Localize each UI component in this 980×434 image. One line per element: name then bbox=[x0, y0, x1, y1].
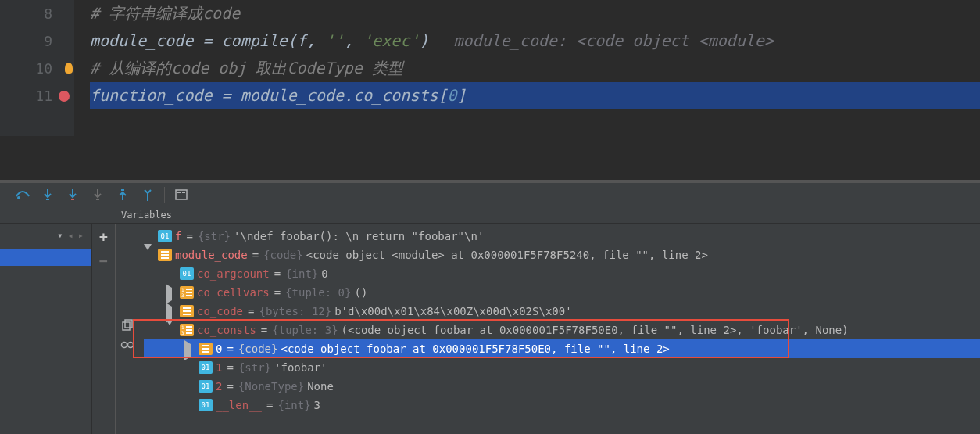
evaluate-expression-icon[interactable] bbox=[170, 186, 193, 203]
glasses-icon[interactable] bbox=[120, 341, 134, 349]
variable-value: 'foobar' bbox=[274, 361, 327, 374]
variable-value: <code object foobar at 0x000001F5F78F50E… bbox=[281, 343, 669, 355]
line-number: 8 bbox=[0, 0, 52, 27]
expand-icon[interactable] bbox=[166, 307, 177, 316]
svg-rect-15 bbox=[186, 289, 192, 290]
variable-row[interactable]: 01 f = {str} '\ndef foobar(): \n return … bbox=[144, 227, 980, 246]
step-into-my-code-icon[interactable] bbox=[61, 186, 84, 203]
variable-row[interactable]: 01 2 = {NoneType} None bbox=[144, 377, 980, 396]
line-number-breakpoint[interactable]: 11 bbox=[0, 82, 52, 109]
variable-name: __len__ bbox=[216, 399, 262, 411]
variable-type: {tuple: 3} bbox=[272, 324, 338, 336]
expand-icon[interactable] bbox=[166, 288, 177, 297]
frame-toolbar: ▾ ◂ ▸ bbox=[0, 224, 91, 247]
code-text: ] bbox=[457, 86, 467, 105]
variable-type: {str} bbox=[198, 230, 231, 242]
svg-rect-17 bbox=[186, 295, 192, 296]
step-into-icon[interactable] bbox=[36, 186, 59, 203]
code-text: ) bbox=[419, 31, 428, 50]
remove-watch-icon[interactable]: − bbox=[99, 253, 108, 269]
variable-name: 2 bbox=[216, 380, 222, 393]
frame-column: ▾ ◂ ▸ bbox=[0, 224, 92, 434]
debugger-toolbar bbox=[0, 183, 980, 206]
string-literal: 'exec' bbox=[363, 31, 419, 50]
line-number: 9 bbox=[0, 27, 52, 55]
inline-hint: module_code: <code object <module> bbox=[454, 31, 774, 50]
code-editor: 8 9 10 11 # 字符串编译成code module_code = com… bbox=[0, 0, 980, 136]
step-over-icon[interactable] bbox=[11, 186, 34, 203]
collapse-icon[interactable] bbox=[144, 250, 155, 260]
string-literal: '' bbox=[325, 31, 344, 50]
add-watch-icon[interactable]: + bbox=[99, 228, 108, 245]
chevron-left-icon[interactable]: ◂ bbox=[68, 230, 73, 241]
variable-row[interactable]: 01 co_argcount = {int} 0 bbox=[144, 264, 980, 283]
type-badge-icon bbox=[199, 343, 213, 355]
variable-row[interactable]: module_code = {code} <code object <modul… bbox=[144, 246, 980, 264]
svg-rect-1 bbox=[46, 199, 49, 200]
type-badge-icon: 01 bbox=[199, 380, 213, 393]
type-badge-icon: 01 bbox=[158, 230, 172, 242]
gutter: 8 9 10 11 bbox=[0, 0, 74, 136]
variable-name: co_consts bbox=[197, 324, 256, 336]
type-badge-icon bbox=[158, 249, 172, 261]
type-badge-icon: 01 bbox=[199, 399, 213, 411]
copy-icon[interactable] bbox=[121, 319, 134, 332]
svg-text:1: 1 bbox=[181, 325, 184, 330]
svg-rect-2 bbox=[71, 199, 74, 200]
step-out-icon[interactable] bbox=[111, 186, 134, 203]
variable-type: {code} bbox=[238, 343, 278, 355]
svg-rect-7 bbox=[177, 192, 181, 193]
code-area[interactable]: # 字符串编译成code module_code = compile(f, ''… bbox=[74, 0, 980, 136]
code-text: , bbox=[344, 31, 363, 50]
variable-value: b'd\x00d\x01\x84\x00Z\x00d\x02S\x00' bbox=[334, 305, 571, 317]
code-text: function_code = module_code.co_consts[ bbox=[90, 86, 448, 105]
variable-value: 0 bbox=[321, 267, 327, 280]
comment-text: # 字符串编译成code bbox=[90, 4, 240, 23]
code-text: = compile(f, bbox=[203, 31, 326, 50]
variable-row[interactable]: 13 co_consts = {tuple: 3} (<code object … bbox=[144, 321, 980, 339]
variable-value: <code object <module> at 0x000001F5F78F5… bbox=[306, 249, 708, 261]
type-badge-icon bbox=[180, 305, 194, 317]
svg-text:3: 3 bbox=[181, 330, 184, 335]
variable-name: 0 bbox=[216, 343, 222, 355]
variable-row[interactable]: 13 co_cellvars = {tuple: 0} () bbox=[144, 283, 980, 302]
variable-name: co_argcount bbox=[197, 267, 270, 280]
variable-type: {code} bbox=[263, 249, 303, 261]
variable-name: co_code bbox=[197, 305, 243, 317]
run-to-cursor-icon[interactable] bbox=[136, 186, 159, 203]
variable-row[interactable]: 01 1 = {str} 'foobar' bbox=[144, 358, 980, 377]
collapse-icon[interactable] bbox=[166, 325, 177, 335]
variables-tree[interactable]: 01 f = {str} '\ndef foobar(): \n return … bbox=[139, 224, 980, 434]
svg-rect-6 bbox=[176, 190, 187, 199]
comment-text: # 从编译的code obj 取出CodeType 类型 bbox=[90, 59, 403, 77]
force-step-into-icon[interactable] bbox=[86, 186, 109, 203]
chevron-right-icon[interactable]: ▸ bbox=[78, 230, 84, 241]
variable-name: f bbox=[175, 230, 181, 242]
svg-point-0 bbox=[17, 196, 20, 199]
selected-frame[interactable] bbox=[0, 249, 91, 266]
chevron-down-icon[interactable]: ▾ bbox=[57, 230, 63, 241]
type-badge-icon: 01 bbox=[180, 267, 194, 280]
variable-type: {bytes: 12} bbox=[259, 305, 331, 317]
type-badge-icon: 13 bbox=[180, 286, 194, 299]
variable-row-selected[interactable]: 0 = {code} <code object foobar at 0x0000… bbox=[144, 339, 980, 358]
svg-rect-5 bbox=[147, 199, 148, 201]
current-execution-line: function_code = module_code.co_consts[0] bbox=[90, 82, 980, 109]
svg-text:1: 1 bbox=[181, 287, 184, 292]
toolbar-separator bbox=[164, 187, 165, 203]
variable-row[interactable]: 01 __len__ = {int} 3 bbox=[144, 396, 980, 414]
line-number: 10 bbox=[0, 55, 52, 82]
variable-type: {int} bbox=[277, 399, 310, 411]
expand-icon[interactable] bbox=[184, 344, 195, 353]
variable-value: () bbox=[354, 286, 367, 299]
svg-rect-20 bbox=[186, 326, 192, 328]
variables-side-toolbar bbox=[116, 224, 139, 434]
variables-header: Variables bbox=[0, 206, 980, 224]
variable-type: {tuple: 0} bbox=[285, 286, 351, 299]
svg-rect-4 bbox=[121, 189, 124, 191]
code-text: module_code bbox=[90, 31, 203, 50]
variable-value: (<code object foobar at 0x000001F5F78F50… bbox=[342, 324, 849, 336]
variable-row[interactable]: co_code = {bytes: 12} b'd\x00d\x01\x84\x… bbox=[144, 302, 980, 321]
debugger-panel: ▾ ◂ ▸ + − 01 f = {str} '\ndef foobar(): … bbox=[0, 224, 980, 434]
svg-text:3: 3 bbox=[181, 292, 184, 298]
